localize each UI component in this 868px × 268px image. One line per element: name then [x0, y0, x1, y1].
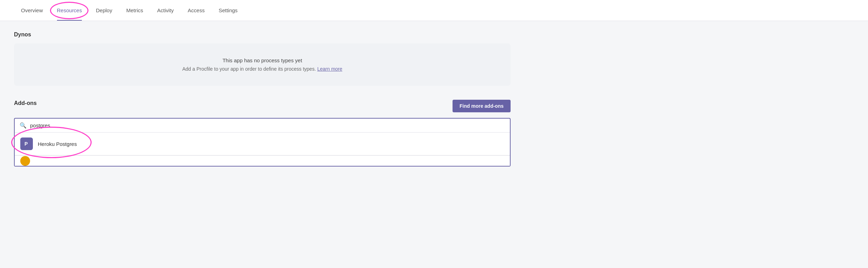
addons-title: Add-ons	[14, 100, 37, 106]
dynos-empty-sub-text: Add a Procfile to your app in order to d…	[28, 66, 497, 72]
nav-item-settings[interactable]: Settings	[212, 0, 244, 21]
nav-item-access[interactable]: Access	[181, 0, 212, 21]
search-dropdown: P Heroku Postgres	[15, 132, 510, 166]
nav-item-deploy[interactable]: Deploy	[89, 0, 119, 21]
addons-header: Add-ons Find more add-ons	[14, 100, 511, 112]
addons-search-container: 🔍 P Heroku Postgres	[14, 118, 511, 167]
nav-item-resources[interactable]: Resources	[50, 0, 89, 21]
search-input-wrapper: 🔍	[15, 119, 510, 132]
nav-item-activity[interactable]: Activity	[150, 0, 181, 21]
addons-section: Add-ons Find more add-ons 🔍 P Heroku Pos	[14, 100, 511, 167]
svg-text:P: P	[24, 141, 28, 147]
dynos-empty-state: This app has no process types yet Add a …	[14, 43, 511, 86]
nav-item-overview[interactable]: Overview	[14, 0, 50, 21]
addons-search-input[interactable]	[30, 122, 505, 128]
heroku-postgres-name: Heroku Postgres	[38, 141, 77, 147]
find-addons-button[interactable]: Find more add-ons	[453, 100, 511, 112]
dynos-learn-more-link[interactable]: Learn more	[317, 66, 342, 72]
nav-item-metrics[interactable]: Metrics	[119, 0, 150, 21]
dynos-title: Dynos	[14, 31, 511, 38]
dynos-section: Dynos This app has no process types yet …	[14, 31, 511, 86]
heroku-postgres-icon: P	[20, 137, 33, 150]
partial-addon-icon	[20, 156, 30, 166]
search-icon: 🔍	[20, 122, 27, 129]
partial-result-row[interactable]	[15, 155, 510, 166]
main-content: Dynos This app has no process types yet …	[0, 21, 525, 177]
dropdown-item-heroku-postgres[interactable]: P Heroku Postgres	[15, 133, 510, 155]
dynos-empty-main-text: This app has no process types yet	[28, 57, 497, 63]
top-navigation: Overview Resources Deploy Metrics Activi…	[0, 0, 868, 21]
